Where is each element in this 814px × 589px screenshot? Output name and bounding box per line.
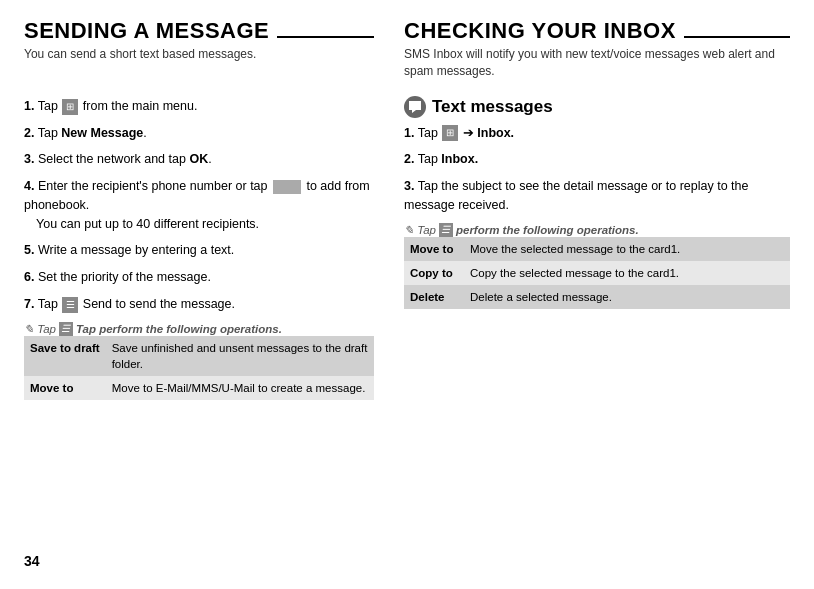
right-column: CHECKING YOUR INBOX SMS Inbox will notif… <box>404 20 790 569</box>
grid-icon-right: ⊞ <box>442 125 458 141</box>
left-step-6: 6. Set the priority of the message. <box>24 268 374 287</box>
right-section-line <box>684 36 790 38</box>
grid-icon-1: ⊞ <box>62 99 78 115</box>
table-row: Copy to Copy the selected message to the… <box>404 261 790 285</box>
step-7-suffix: Send to send the message. <box>83 297 235 311</box>
table-cell-label: Move to <box>24 376 106 400</box>
right-operations-table: Move to Move the selected message to the… <box>404 237 790 309</box>
step-1-suffix: from the main menu. <box>83 99 198 113</box>
right-step-3: 3. Tap the subject to see the detail mes… <box>404 177 790 215</box>
table-row: Move to Move to E-Mail/MMS/U-Mail to cre… <box>24 376 374 400</box>
right-step-1: 1. Tap ⊞ ➔ Inbox. <box>404 124 790 143</box>
left-step-3: 3. Select the network and tap OK. <box>24 150 374 169</box>
page-number: 34 <box>24 553 40 569</box>
left-operations-table: Save to draft Save unfinished and unsent… <box>24 336 374 400</box>
table-row: Delete Delete a selected message. <box>404 285 790 309</box>
tap-text-right: perform the following operations. <box>456 224 639 236</box>
text-messages-header: Text messages <box>404 96 790 118</box>
left-step-7: 7. Tap ☰ Send to send the message. <box>24 295 374 314</box>
phonebook-icon <box>273 180 301 194</box>
left-step-1: 1. Tap ⊞ from the main menu. <box>24 97 374 116</box>
table-cell-desc: Move to E-Mail/MMS/U-Mail to create a me… <box>106 376 374 400</box>
left-step-5: 5. Write a message by entering a text. <box>24 241 374 260</box>
message-svg-icon <box>408 100 422 114</box>
table-row: Save to draft Save unfinished and unsent… <box>24 336 374 376</box>
step-3-prefix: 3. Select the network and tap OK. <box>24 152 212 166</box>
step-1-prefix: 1. Tap <box>24 99 61 113</box>
table-cell-label: Delete <box>404 285 464 309</box>
tap-label-left: ✎ Tap <box>24 322 56 336</box>
table-row: Move to Move the selected message to the… <box>404 237 790 261</box>
right-step-1-prefix: 1. Tap <box>404 126 441 140</box>
left-section-subtitle: You can send a short text based messages… <box>24 46 374 63</box>
left-step-4: 4. Enter the recipient's phone number or… <box>24 177 374 233</box>
left-section-title: SENDING A MESSAGE <box>24 20 269 42</box>
right-step-2: 2. Tap Inbox. <box>404 150 790 169</box>
left-column: SENDING A MESSAGE You can send a short t… <box>24 20 374 569</box>
page-container: SENDING A MESSAGE You can send a short t… <box>0 0 814 589</box>
menu-icon-left: ☰ <box>62 297 78 313</box>
right-section-header: CHECKING YOUR INBOX <box>404 20 790 42</box>
table-cell-label: Move to <box>404 237 464 261</box>
tap-icon-right: ☰ <box>439 223 453 237</box>
right-step-1-arrow: ➔ Inbox. <box>463 126 514 140</box>
left-step-2: 2. Tap New Message. <box>24 124 374 143</box>
left-section-line <box>277 36 374 38</box>
text-messages-icon <box>404 96 426 118</box>
step-4-line1: 4. Enter the recipient's phone number or… <box>24 179 370 212</box>
right-section-title: CHECKING YOUR INBOX <box>404 20 676 42</box>
step-7-prefix: 7. Tap <box>24 297 61 311</box>
table-cell-desc: Copy the selected message to the card1. <box>464 261 790 285</box>
right-section-subtitle: SMS Inbox will notify you with new text/… <box>404 46 790 80</box>
tap-text-left: Tap perform the following operations. <box>76 323 282 335</box>
table-cell-label: Save to draft <box>24 336 106 376</box>
table-cell-desc: Move the selected message to the card1. <box>464 237 790 261</box>
tap-label-right: ✎ Tap <box>404 223 436 237</box>
step-4-line2: You can put up to 40 different recipient… <box>36 217 259 231</box>
left-tap-instruction: ✎ Tap ☰ Tap perform the following operat… <box>24 322 374 336</box>
table-cell-desc: Delete a selected message. <box>464 285 790 309</box>
step-2-prefix: 2. Tap New Message. <box>24 126 147 140</box>
left-section-header: SENDING A MESSAGE <box>24 20 374 42</box>
table-cell-desc: Save unfinished and unsent messages to t… <box>106 336 374 376</box>
right-step-3-text: 3. Tap the subject to see the detail mes… <box>404 179 748 212</box>
step-5-text: 5. Write a message by entering a text. <box>24 243 234 257</box>
right-step-2-text: 2. Tap Inbox. <box>404 152 478 166</box>
tap-icon-left: ☰ <box>59 322 73 336</box>
table-cell-label: Copy to <box>404 261 464 285</box>
left-spacer <box>24 79 374 97</box>
text-messages-title: Text messages <box>432 97 553 117</box>
step-6-text: 6. Set the priority of the message. <box>24 270 211 284</box>
right-tap-instruction: ✎ Tap ☰ perform the following operations… <box>404 223 790 237</box>
